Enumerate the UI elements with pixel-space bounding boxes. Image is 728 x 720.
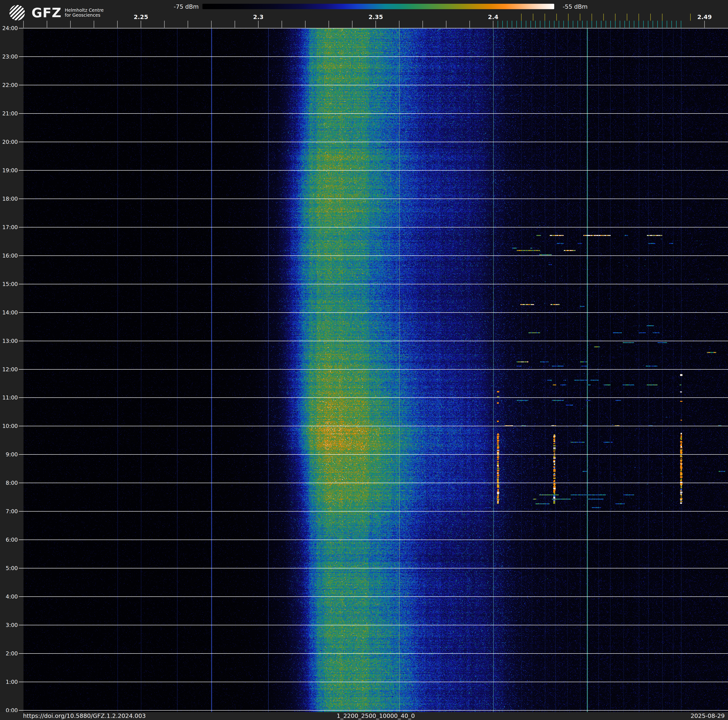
ble-channel-tick (620, 21, 620, 28)
freq-tick-minor (470, 21, 470, 28)
hour-gridline (19, 682, 728, 682)
hour-gridline (19, 539, 728, 540)
freq-tick-label: 2.49 (693, 14, 716, 20)
ble-channel-tick (634, 21, 634, 28)
freq-tick-minor (23, 21, 24, 28)
time-label: 20:00 (0, 139, 18, 145)
gfz-logo: GFZ Helmholtz Centre for Geosciences (9, 5, 104, 21)
wifi-channel-tick (521, 14, 522, 21)
ble-channel-tick (531, 21, 531, 28)
freq-tick-minor (164, 21, 165, 28)
hour-gridline (19, 256, 728, 256)
hour-gridline (19, 454, 728, 455)
freq-tick-minor (376, 21, 376, 28)
ble-channel-tick (662, 21, 662, 28)
freq-tick-minor (352, 21, 352, 28)
time-label: 6:00 (0, 536, 18, 543)
time-label: 19:00 (0, 167, 18, 174)
wifi-channel-tick (603, 14, 604, 21)
hour-gridline (19, 85, 728, 85)
hour-gridline (19, 511, 728, 512)
ble-channel-tick (507, 21, 508, 28)
ble-channel-tick (498, 21, 498, 28)
time-label: 16:00 (0, 252, 18, 259)
wifi-channel-tick (639, 14, 639, 21)
ble-channel-tick (540, 21, 540, 28)
wifi-channel-tick (580, 14, 580, 21)
ble-channel-tick (601, 21, 601, 28)
ble-channel-tick (521, 21, 522, 28)
freq-tick-minor (70, 21, 71, 28)
freq-tick-minor (399, 21, 399, 28)
time-label: 10:00 (0, 423, 18, 429)
time-label: 4:00 (0, 593, 18, 600)
colorbar-min-label: -75 dBm (164, 4, 199, 10)
ble-channel-tick (568, 21, 569, 28)
ble-channel-tick (596, 21, 597, 28)
ble-channel-tick (549, 21, 550, 28)
time-label: 21:00 (0, 110, 18, 117)
time-label: 3:00 (0, 622, 18, 628)
wifi-channel-tick (568, 14, 569, 21)
hour-gridline (19, 369, 728, 370)
ble-channel-tick (554, 21, 554, 28)
ble-channel-tick (563, 21, 564, 28)
time-label: 5:00 (0, 565, 18, 571)
time-label: 17:00 (0, 224, 18, 231)
hour-gridline (19, 113, 728, 114)
hour-gridline (19, 653, 728, 654)
ble-channel-tick (535, 21, 536, 28)
logo-tagline: Helmholtz Centre for Geosciences (65, 8, 104, 18)
time-label: 14:00 (0, 309, 18, 316)
spectrogram-viewer: GFZ Helmholtz Centre for Geosciences -75… (0, 0, 728, 720)
ble-channel-tick (657, 21, 658, 28)
ble-channel-tick (606, 21, 606, 28)
gfz-globe-icon (9, 5, 25, 20)
time-label: 7:00 (0, 508, 18, 515)
time-label: 24:00 (0, 25, 18, 32)
freq-tick-minor (47, 21, 47, 28)
time-label: 9:00 (0, 451, 18, 458)
freq-tick-label: 2.35 (364, 14, 387, 20)
ble-channel-tick (578, 21, 578, 28)
hour-gridline (19, 625, 728, 625)
ble-channel-tick (610, 21, 611, 28)
freq-tick-minor (281, 21, 282, 28)
wifi-channel-tick (615, 14, 615, 21)
freq-tick-minor (446, 21, 447, 28)
time-label: 11:00 (0, 394, 18, 401)
hour-gridline (19, 596, 728, 597)
hour-gridline (19, 426, 728, 426)
ble-channel-tick (516, 21, 517, 28)
dataset-name: 1_2200_2500_10000_40_0 (23, 712, 728, 720)
freq-tick-minor (422, 21, 423, 28)
hour-gridline (19, 710, 728, 711)
footer-bar: https://doi.org/10.5880/GFZ.1.2.2024.003… (0, 712, 728, 720)
hour-gridline (19, 227, 728, 227)
colorbar-max-label: -55 dBm (563, 4, 610, 10)
wifi-channel-tick (533, 14, 533, 21)
freq-tick-minor (211, 21, 212, 28)
freq-tick-minor (704, 21, 705, 28)
time-label: 23:00 (0, 54, 18, 60)
hour-gridline (19, 568, 728, 568)
ble-channel-tick (667, 21, 667, 28)
hour-gridline (19, 284, 728, 284)
ble-channel-tick (643, 21, 644, 28)
ble-channel-tick (671, 21, 672, 28)
freq-tick-minor (258, 21, 258, 28)
wifi-channel-tick (662, 14, 662, 21)
ble-channel-tick (559, 21, 559, 28)
ble-channel-tick (676, 21, 677, 28)
logo-tagline-line2: for Geosciences (65, 12, 101, 18)
ble-channel-tick (573, 21, 573, 28)
freq-tick-minor (329, 21, 329, 28)
time-label: 2:00 (0, 650, 18, 657)
ble-channel-tick (624, 21, 625, 28)
hour-gridline (19, 28, 728, 28)
wifi-channel-tick (556, 14, 557, 21)
time-label: 1:00 (0, 679, 18, 685)
wifi-channel-tick (544, 14, 545, 21)
ble-channel-tick (629, 21, 630, 28)
ble-channel-tick (639, 21, 639, 28)
